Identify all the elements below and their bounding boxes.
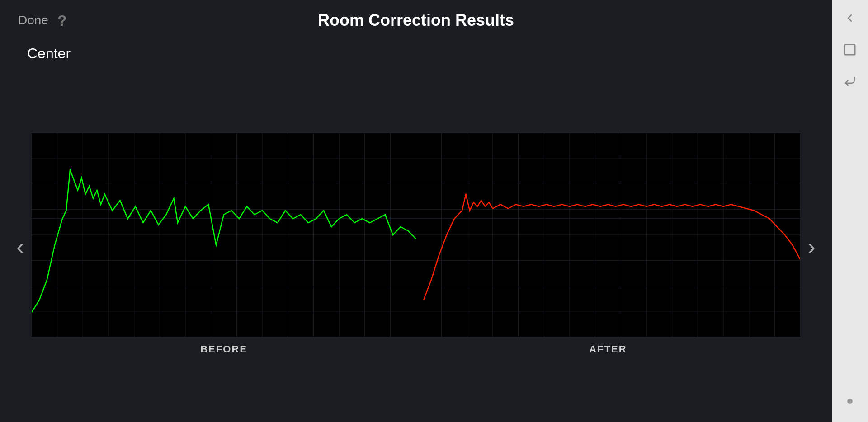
corner-icon[interactable] bbox=[841, 72, 859, 90]
after-label: AFTER bbox=[589, 337, 627, 360]
right-sidebar bbox=[832, 0, 868, 422]
page-title: Room Correction Results bbox=[318, 11, 514, 30]
main-content: Done ? Room Correction Results Center ‹ … bbox=[0, 0, 832, 422]
charts-area: ‹ BEFORE AFTER bbox=[0, 71, 832, 422]
prev-arrow-button[interactable]: ‹ bbox=[9, 233, 32, 260]
back-icon[interactable] bbox=[841, 9, 859, 27]
help-icon[interactable]: ? bbox=[57, 12, 67, 29]
before-label: BEFORE bbox=[200, 337, 247, 360]
next-arrow-button[interactable]: › bbox=[800, 233, 823, 260]
before-chart-canvas bbox=[32, 133, 416, 337]
done-button[interactable]: Done bbox=[18, 13, 48, 28]
svg-rect-0 bbox=[845, 45, 855, 55]
before-chart-container: BEFORE bbox=[32, 133, 416, 360]
section-label: Center bbox=[0, 41, 832, 71]
window-icon[interactable] bbox=[841, 41, 859, 59]
charts-row: BEFORE AFTER bbox=[32, 133, 800, 360]
after-canvas bbox=[416, 133, 800, 337]
sidebar-dot bbox=[847, 399, 853, 404]
header: Done ? Room Correction Results bbox=[0, 0, 832, 41]
before-canvas bbox=[32, 133, 416, 337]
after-chart-container: AFTER bbox=[416, 133, 800, 360]
charts-wrapper: BEFORE AFTER bbox=[32, 133, 800, 360]
after-chart-canvas bbox=[416, 133, 800, 337]
